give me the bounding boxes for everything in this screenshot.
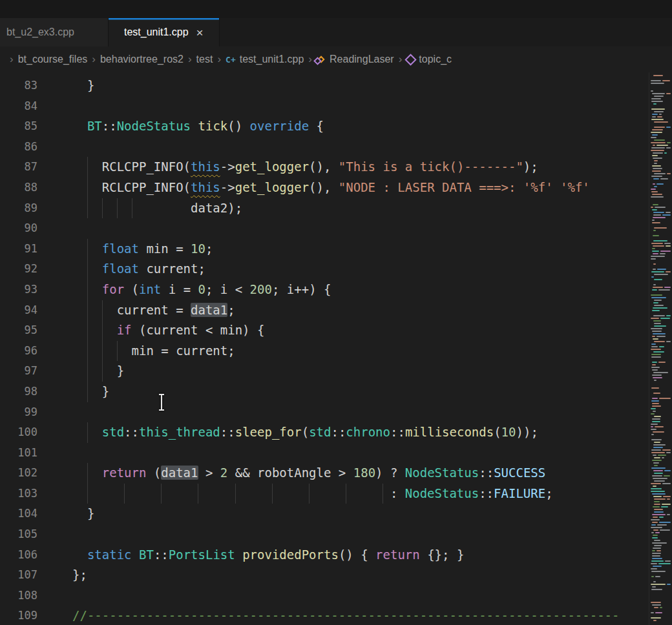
indent-guide <box>102 320 103 341</box>
code-token: data1 <box>161 466 198 480</box>
minimap-line <box>666 147 671 149</box>
line-number: 91 <box>0 239 37 260</box>
tab-close-icon[interactable]: × <box>196 26 204 39</box>
code-token: data1 <box>191 303 227 317</box>
code-token: {}; } <box>420 548 465 562</box>
minimap-line <box>658 563 671 564</box>
editor[interactable]: 83 }8485 BT::NodeStatus tick() override … <box>0 72 672 625</box>
code-line[interactable]: 97 } <box>0 361 649 382</box>
minimap-line <box>654 501 660 502</box>
code-line[interactable]: 108 <box>0 586 649 606</box>
breadcrumb-item-topic_c[interactable]: topic_c <box>406 54 452 65</box>
line-number: 89 <box>0 198 37 219</box>
code-line[interactable]: 88 RCLCPP_INFO(this->get_logger(), "NODE… <box>0 178 649 198</box>
minimap-line <box>654 274 668 275</box>
code-token: :: <box>154 548 169 562</box>
indent-guide <box>102 341 103 362</box>
code-line[interactable]: 86 <box>0 137 649 158</box>
code-token: ; <box>545 486 552 500</box>
breadcrumb-item-behaviortree_ros2[interactable]: behaviortree_ros2 <box>100 54 184 65</box>
minimap-line <box>652 251 659 252</box>
minimap-line <box>652 542 667 544</box>
breadcrumb-item-test_unit1.cpp[interactable]: C+test_unit1.cpp <box>226 54 304 65</box>
code-token: FAILURE <box>494 486 545 500</box>
code-line[interactable]: 91 float min = 10; <box>0 239 649 260</box>
minimap[interactable] <box>649 72 672 625</box>
code-line[interactable]: 109//-----------------------------------… <box>0 606 649 625</box>
code-line[interactable]: 94 current = data1; <box>0 300 649 321</box>
code-token: std <box>102 425 124 439</box>
code-line[interactable]: 105 <box>0 524 649 545</box>
minimap-line <box>654 325 666 327</box>
code-line[interactable]: 89 data2); <box>0 198 649 219</box>
code-text: : NodeStatus::FAILURE; <box>72 484 649 504</box>
minimap-line <box>651 532 654 533</box>
minimap-line <box>651 527 662 528</box>
breadcrumb-item-ReadingLaser[interactable]: ReadingLaser <box>317 54 394 65</box>
breadcrumb-item-test[interactable]: test <box>196 54 213 65</box>
code-line[interactable]: 98 } <box>0 382 649 402</box>
indent-whitespace <box>72 486 390 500</box>
code-line[interactable]: 92 float current; <box>0 259 649 280</box>
breadcrumb-item-bt_course_files[interactable]: bt_course_files <box>18 54 88 65</box>
code-line[interactable]: 96 min = current; <box>0 341 649 362</box>
code-token: i = <box>161 282 198 296</box>
code-token: min = <box>139 241 191 256</box>
code-line[interactable]: 95 if (current < min) { <box>0 320 649 341</box>
code-line[interactable]: 102 return (data1 > 2 && robotAngle > 18… <box>0 463 649 484</box>
minimap-line <box>651 349 661 350</box>
line-number: 101 <box>0 443 37 464</box>
code-area[interactable]: 83 }8485 BT::NodeStatus tick() override … <box>0 72 649 625</box>
code-line[interactable]: 83 } <box>0 76 649 96</box>
indent-guide <box>87 239 88 260</box>
minimap-line <box>653 245 664 247</box>
code-token: data2); <box>191 201 242 215</box>
code-line[interactable]: 93 for (int i = 0; i < 200; i++) { <box>0 280 649 300</box>
code-token: }; <box>72 568 87 582</box>
minimap-line <box>656 550 661 551</box>
minimap-line <box>660 178 668 179</box>
minimap-line <box>652 586 656 588</box>
minimap-line <box>667 173 671 174</box>
minimap-line <box>651 560 664 562</box>
code-token: :: <box>102 119 117 133</box>
indent-guide <box>132 198 132 219</box>
tab-bar: bt_u2_ex3.cpptest_unit1.cpp× <box>0 18 672 46</box>
code-line[interactable]: 87 RCLCPP_INFO(this->get_logger(), "This… <box>0 157 649 178</box>
minimap-line <box>654 279 662 280</box>
code-line[interactable]: 101 <box>0 443 649 464</box>
minimap-line <box>652 222 660 223</box>
mouse-cursor-ibeam <box>157 393 166 411</box>
minimap-line <box>652 522 658 523</box>
minimap-line <box>654 300 662 301</box>
code-line[interactable]: 107}; <box>0 565 649 586</box>
code-line[interactable]: 85 BT::NodeStatus tick() override { <box>0 116 649 137</box>
code-token: min = current; <box>132 343 235 358</box>
minimap-line <box>653 535 658 536</box>
minimap-line <box>654 540 660 541</box>
minimap-line <box>659 114 662 115</box>
minimap-line <box>653 212 664 213</box>
code-token: int <box>139 282 161 296</box>
code-line[interactable]: 99 <box>0 402 649 423</box>
code-line[interactable]: 104 } <box>0 504 649 524</box>
minimap-line <box>660 251 671 252</box>
line-number: 109 <box>0 606 37 625</box>
code-line[interactable]: 100 std::this_thread::sleep_for(std::chr… <box>0 422 649 443</box>
minimap-line <box>654 127 665 128</box>
line-number: 94 <box>0 300 37 321</box>
minimap-line <box>657 269 666 270</box>
code-line[interactable]: 90 <box>0 218 649 239</box>
minimap-line <box>662 449 671 451</box>
code-token: get_logger <box>235 159 309 174</box>
code-token: 10 <box>501 425 516 439</box>
minimap-line <box>654 465 658 466</box>
tab-test_unit1.cpp[interactable]: test_unit1.cpp× <box>109 18 220 46</box>
breadcrumb-label: test <box>196 54 213 65</box>
code-line[interactable]: 103 : NodeStatus::FAILURE; <box>0 484 649 504</box>
code-token: "This is a tick()-------" <box>339 159 523 174</box>
code-line[interactable]: 84 <box>0 96 649 117</box>
code-line[interactable]: 106 static BT::PortsList providedPorts()… <box>0 545 649 566</box>
tab-bt_u2_ex3.cpp[interactable]: bt_u2_ex3.cpp <box>0 18 109 46</box>
minimap-line <box>652 209 657 210</box>
